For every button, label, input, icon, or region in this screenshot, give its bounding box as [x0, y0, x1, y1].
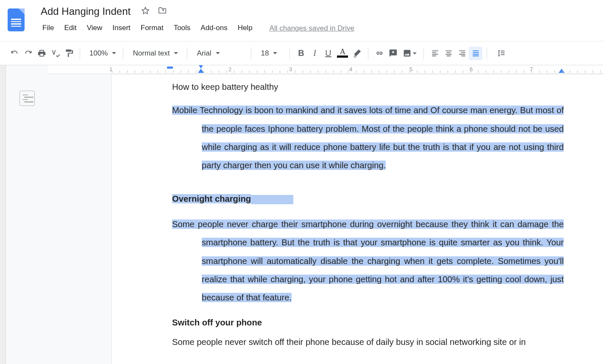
document-text[interactable]: Some people never switch off their phone…: [172, 338, 564, 346]
menu-help[interactable]: Help: [234, 22, 257, 35]
toolbar: 100% Normal text Arial 18 B I U A: [0, 42, 604, 65]
insert-link-button[interactable]: [373, 47, 386, 60]
zoom-select[interactable]: 100%: [84, 47, 119, 60]
paragraph-style-select[interactable]: Normal text: [128, 47, 183, 60]
align-left-button[interactable]: [428, 47, 442, 60]
menu-bar: File Edit View Insert Format Tools Add-o…: [38, 22, 354, 35]
menu-format[interactable]: Format: [136, 22, 168, 35]
redo-button[interactable]: [21, 47, 35, 60]
highlight-color-button[interactable]: [350, 47, 364, 60]
print-button[interactable]: [35, 47, 48, 60]
ruler-number: 3: [289, 66, 292, 72]
line-spacing-button[interactable]: [491, 47, 511, 60]
menu-addons[interactable]: Add-ons: [196, 22, 231, 35]
chevron-down-icon: [216, 49, 220, 58]
text-color-button[interactable]: A: [335, 47, 350, 60]
document-paragraph[interactable]: Some people never charge their smartphon…: [172, 215, 564, 307]
ruler-number: 5: [409, 66, 412, 72]
document-title-input[interactable]: Add Hanging Indent: [38, 4, 133, 19]
add-comment-button[interactable]: [386, 47, 400, 60]
chevron-down-icon: [112, 49, 116, 58]
paragraph-style-value: Normal text: [133, 49, 170, 58]
document-text[interactable]: How to keep battery healthy: [172, 83, 564, 91]
document-outline-button[interactable]: [19, 91, 35, 106]
document-paragraph[interactable]: Mobile Technology is boon to mankind and…: [172, 101, 564, 175]
document-heading[interactable]: Overnight charging: [172, 195, 564, 204]
menu-edit[interactable]: Edit: [60, 22, 81, 35]
ruler-number: 4: [349, 66, 352, 72]
document-heading[interactable]: Switch off your phone: [172, 318, 564, 327]
star-icon[interactable]: [141, 6, 150, 17]
horizontal-ruler[interactable]: 1 2 3 4 5 6 7: [48, 65, 604, 74]
menu-view[interactable]: View: [83, 22, 107, 35]
docs-logo[interactable]: [8, 8, 25, 31]
insert-image-button[interactable]: [400, 47, 419, 60]
move-icon[interactable]: [158, 6, 167, 17]
chevron-down-icon: [174, 49, 178, 58]
paint-format-button[interactable]: [62, 47, 75, 60]
bold-button[interactable]: B: [294, 47, 308, 60]
left-indent-marker[interactable]: [198, 69, 204, 73]
align-justify-button[interactable]: [469, 47, 482, 60]
font-size-select[interactable]: 18: [256, 47, 285, 60]
align-center-button[interactable]: [442, 47, 455, 60]
menu-insert[interactable]: Insert: [108, 22, 135, 35]
chevron-down-icon: [273, 49, 277, 58]
font-size-value: 18: [261, 49, 269, 58]
underline-button[interactable]: U: [321, 47, 335, 60]
zoom-value: 100%: [89, 49, 108, 58]
font-value: Arial: [197, 49, 211, 58]
spellcheck-button[interactable]: [48, 47, 62, 60]
menu-file[interactable]: File: [38, 22, 58, 35]
menu-tools[interactable]: Tools: [170, 22, 195, 35]
ruler-number: 2: [228, 66, 231, 72]
left-indent-top-marker[interactable]: [198, 65, 203, 69]
chevron-down-icon: [413, 50, 417, 57]
align-right-button[interactable]: [455, 47, 469, 60]
document-page[interactable]: How to keep battery healthy Mobile Techn…: [112, 74, 604, 364]
italic-button[interactable]: I: [308, 47, 321, 60]
vertical-ruler: [0, 65, 6, 364]
save-status[interactable]: All changes saved in Drive: [270, 24, 354, 33]
first-line-indent-marker[interactable]: [167, 67, 173, 69]
app-header: Add Hanging Indent File Edit View Insert…: [0, 0, 604, 42]
font-select[interactable]: Arial: [192, 47, 247, 60]
undo-button[interactable]: [8, 47, 21, 60]
right-indent-marker[interactable]: [559, 69, 565, 73]
